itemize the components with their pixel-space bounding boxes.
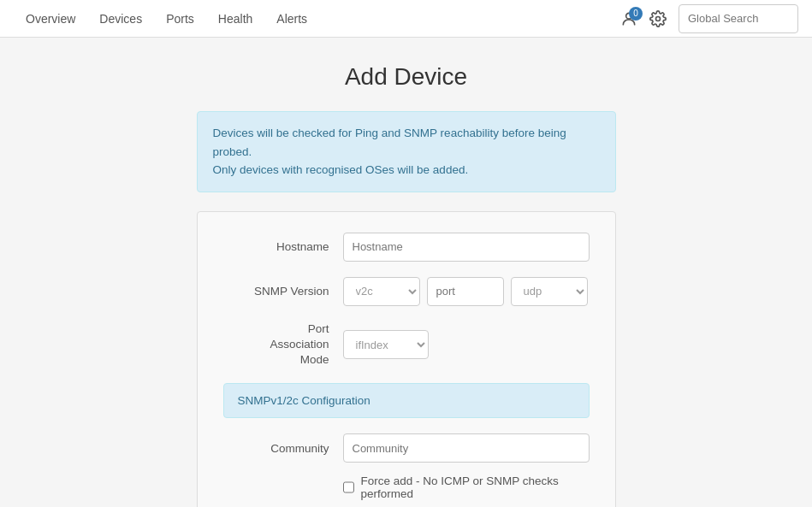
svg-point-1 bbox=[656, 16, 661, 21]
hostname-controls bbox=[343, 233, 590, 262]
nav-links: Overview Devices Ports Health Alerts bbox=[14, 0, 620, 38]
force-add-row: Force add - No ICMP or SNMP checks perfo… bbox=[343, 475, 590, 500]
add-device-form: Hostname SNMP Version v1 v2c v3 udp tcp bbox=[197, 211, 616, 507]
community-label: Community bbox=[223, 442, 343, 455]
force-add-label: Force add - No ICMP or SNMP checks perfo… bbox=[361, 475, 590, 500]
nav-right: 0 bbox=[620, 4, 798, 33]
nav-alerts[interactable]: Alerts bbox=[264, 0, 319, 38]
global-search-input[interactable] bbox=[679, 4, 798, 33]
port-assoc-row: PortAssociationMode ifIndex ifName ifDes… bbox=[223, 321, 590, 368]
snmpv12c-section-header[interactable]: SNMPv1/2c Configuration bbox=[223, 383, 590, 418]
hostname-row: Hostname bbox=[223, 233, 590, 262]
user-badge: 0 bbox=[629, 7, 643, 21]
port-assoc-controls: ifIndex ifName ifDescr ifAlias bbox=[343, 330, 590, 359]
info-box: Devices will be checked for Ping and SNM… bbox=[197, 111, 616, 192]
navbar: Overview Devices Ports Health Alerts 0 bbox=[0, 0, 812, 38]
force-add-checkbox[interactable] bbox=[343, 481, 354, 493]
info-line2: Only devices with recognised OSes will b… bbox=[213, 163, 469, 176]
snmp-version-label: SNMP Version bbox=[223, 285, 343, 298]
user-icon-button[interactable]: 0 bbox=[620, 10, 637, 27]
main-content: Add Device Devices will be checked for P… bbox=[0, 38, 812, 507]
snmp-version-select[interactable]: v1 v2c v3 bbox=[343, 277, 420, 306]
nav-devices[interactable]: Devices bbox=[87, 0, 154, 38]
nav-overview[interactable]: Overview bbox=[14, 0, 87, 38]
community-input[interactable] bbox=[343, 433, 590, 463]
snmp-version-row: SNMP Version v1 v2c v3 udp tcp bbox=[223, 277, 590, 306]
udp-select[interactable]: udp tcp bbox=[511, 277, 588, 306]
nav-health[interactable]: Health bbox=[206, 0, 264, 38]
community-controls bbox=[343, 433, 590, 463]
snmpv12c-label: SNMPv1/2c Configuration bbox=[238, 394, 370, 407]
snmp-controls: v1 v2c v3 udp tcp bbox=[343, 277, 590, 306]
ifindex-select[interactable]: ifIndex ifName ifDescr ifAlias bbox=[343, 330, 429, 359]
port-assoc-label: PortAssociationMode bbox=[223, 321, 343, 368]
info-line1: Devices will be checked for Ping and SNM… bbox=[213, 127, 566, 158]
community-row: Community bbox=[223, 433, 590, 463]
settings-icon-button[interactable] bbox=[649, 10, 667, 27]
port-input[interactable] bbox=[427, 277, 504, 306]
page-title: Add Device bbox=[17, 63, 795, 91]
hostname-input[interactable] bbox=[343, 233, 590, 262]
hostname-label: Hostname bbox=[223, 240, 343, 253]
nav-ports[interactable]: Ports bbox=[154, 0, 206, 38]
